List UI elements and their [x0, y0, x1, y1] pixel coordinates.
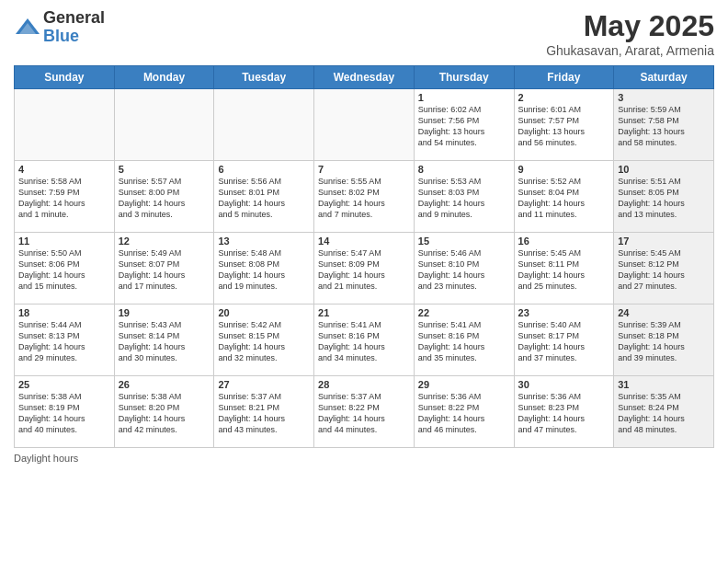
page: General Blue May 2025 Ghukasavan, Ararat…: [0, 0, 728, 563]
day-info: Sunrise: 5:37 AM Sunset: 8:22 PM Dayligh…: [318, 391, 410, 436]
day-number: 7: [318, 164, 410, 175]
day-number: 11: [18, 236, 110, 247]
calendar-cell: 28Sunrise: 5:37 AM Sunset: 8:22 PM Dayli…: [314, 376, 415, 448]
day-info: Sunrise: 6:01 AM Sunset: 7:57 PM Dayligh…: [518, 104, 610, 149]
calendar-cell: 30Sunrise: 5:36 AM Sunset: 8:23 PM Dayli…: [514, 376, 614, 448]
calendar-cell: 8Sunrise: 5:53 AM Sunset: 8:03 PM Daylig…: [414, 161, 514, 233]
calendar-cell: 14Sunrise: 5:47 AM Sunset: 8:09 PM Dayli…: [314, 233, 415, 304]
calendar: SundayMondayTuesdayWednesdayThursdayFrid…: [14, 65, 714, 448]
day-number: 20: [218, 307, 310, 318]
calendar-cell: 20Sunrise: 5:42 AM Sunset: 8:15 PM Dayli…: [214, 304, 314, 376]
subtitle: Ghukasavan, Ararat, Armenia: [546, 43, 714, 58]
calendar-cell: 15Sunrise: 5:46 AM Sunset: 8:10 PM Dayli…: [414, 233, 514, 304]
calendar-cell: 13Sunrise: 5:48 AM Sunset: 8:08 PM Dayli…: [214, 233, 314, 304]
day-info: Sunrise: 5:51 AM Sunset: 8:05 PM Dayligh…: [618, 176, 710, 221]
logo-general: General: [43, 9, 105, 28]
day-number: 4: [18, 164, 110, 175]
calendar-cell: 11Sunrise: 5:50 AM Sunset: 8:06 PM Dayli…: [15, 233, 115, 304]
day-number: 30: [518, 379, 610, 390]
day-info: Sunrise: 5:38 AM Sunset: 8:20 PM Dayligh…: [119, 391, 210, 436]
day-info: Sunrise: 5:40 AM Sunset: 8:17 PM Dayligh…: [518, 319, 610, 364]
calendar-cell: [114, 89, 214, 161]
week-row-1: 1Sunrise: 6:02 AM Sunset: 7:56 PM Daylig…: [15, 89, 714, 161]
calendar-cell: 10Sunrise: 5:51 AM Sunset: 8:05 PM Dayli…: [614, 161, 714, 233]
day-number: 21: [318, 307, 410, 318]
day-info: Sunrise: 5:35 AM Sunset: 8:24 PM Dayligh…: [618, 391, 710, 436]
calendar-cell: 23Sunrise: 5:40 AM Sunset: 8:17 PM Dayli…: [514, 304, 614, 376]
calendar-cell: 22Sunrise: 5:41 AM Sunset: 8:16 PM Dayli…: [414, 304, 514, 376]
logo: General Blue: [14, 9, 105, 46]
day-number: 3: [618, 92, 710, 103]
week-row-2: 4Sunrise: 5:58 AM Sunset: 7:59 PM Daylig…: [15, 161, 714, 233]
day-info: Sunrise: 5:41 AM Sunset: 8:16 PM Dayligh…: [418, 319, 510, 364]
day-info: Sunrise: 5:56 AM Sunset: 8:01 PM Dayligh…: [218, 176, 310, 221]
week-row-5: 25Sunrise: 5:38 AM Sunset: 8:19 PM Dayli…: [15, 376, 714, 448]
day-number: 15: [418, 236, 510, 247]
day-header-friday: Friday: [514, 66, 614, 89]
day-info: Sunrise: 5:43 AM Sunset: 8:14 PM Dayligh…: [119, 319, 210, 364]
day-info: Sunrise: 5:57 AM Sunset: 8:00 PM Dayligh…: [119, 176, 210, 221]
day-header-wednesday: Wednesday: [314, 66, 415, 89]
day-info: Sunrise: 5:38 AM Sunset: 8:19 PM Dayligh…: [18, 391, 110, 436]
day-info: Sunrise: 6:02 AM Sunset: 7:56 PM Dayligh…: [418, 104, 510, 149]
calendar-cell: 9Sunrise: 5:52 AM Sunset: 8:04 PM Daylig…: [514, 161, 614, 233]
day-info: Sunrise: 5:47 AM Sunset: 8:09 PM Dayligh…: [318, 247, 410, 293]
day-info: Sunrise: 5:50 AM Sunset: 8:06 PM Dayligh…: [18, 247, 110, 293]
day-info: Sunrise: 5:53 AM Sunset: 8:03 PM Dayligh…: [418, 176, 510, 221]
month-title: May 2025: [546, 9, 714, 43]
day-number: 24: [618, 307, 710, 318]
calendar-cell: [214, 89, 314, 161]
day-info: Sunrise: 5:37 AM Sunset: 8:21 PM Dayligh…: [218, 391, 310, 436]
calendar-cell: 27Sunrise: 5:37 AM Sunset: 8:21 PM Dayli…: [214, 376, 314, 448]
day-number: 14: [318, 236, 410, 247]
day-header-tuesday: Tuesday: [214, 66, 314, 89]
calendar-cell: 5Sunrise: 5:57 AM Sunset: 8:00 PM Daylig…: [114, 161, 214, 233]
week-row-4: 18Sunrise: 5:44 AM Sunset: 8:13 PM Dayli…: [15, 304, 714, 376]
day-info: Sunrise: 5:42 AM Sunset: 8:15 PM Dayligh…: [218, 319, 310, 364]
day-number: 8: [418, 164, 510, 175]
logo-text: General Blue: [43, 9, 105, 46]
day-number: 10: [618, 164, 710, 175]
footer-note: Daylight hours: [14, 453, 714, 464]
calendar-cell: 2Sunrise: 6:01 AM Sunset: 7:57 PM Daylig…: [514, 89, 614, 161]
week-row-3: 11Sunrise: 5:50 AM Sunset: 8:06 PM Dayli…: [15, 233, 714, 304]
title-block: May 2025 Ghukasavan, Ararat, Armenia: [546, 9, 714, 58]
day-number: 9: [518, 164, 610, 175]
day-number: 12: [119, 236, 210, 247]
calendar-cell: 31Sunrise: 5:35 AM Sunset: 8:24 PM Dayli…: [614, 376, 714, 448]
day-number: 28: [318, 379, 410, 390]
day-info: Sunrise: 5:36 AM Sunset: 8:23 PM Dayligh…: [518, 391, 610, 436]
day-number: 18: [18, 307, 110, 318]
day-info: Sunrise: 5:55 AM Sunset: 8:02 PM Dayligh…: [318, 176, 410, 221]
calendar-cell: [314, 89, 415, 161]
day-header-monday: Monday: [114, 66, 214, 89]
day-info: Sunrise: 5:46 AM Sunset: 8:10 PM Dayligh…: [418, 247, 510, 293]
calendar-cell: 24Sunrise: 5:39 AM Sunset: 8:18 PM Dayli…: [614, 304, 714, 376]
day-number: 16: [518, 236, 610, 247]
day-number: 17: [618, 236, 710, 247]
day-number: 13: [218, 236, 310, 247]
logo-blue: Blue: [43, 28, 105, 46]
day-info: Sunrise: 5:39 AM Sunset: 8:18 PM Dayligh…: [618, 319, 710, 364]
calendar-cell: 25Sunrise: 5:38 AM Sunset: 8:19 PM Dayli…: [15, 376, 115, 448]
day-info: Sunrise: 5:45 AM Sunset: 8:12 PM Dayligh…: [618, 247, 710, 293]
day-header-saturday: Saturday: [614, 66, 714, 89]
day-info: Sunrise: 5:48 AM Sunset: 8:08 PM Dayligh…: [218, 247, 310, 293]
logo-icon: [14, 14, 41, 41]
day-number: 22: [418, 307, 510, 318]
day-number: 19: [119, 307, 210, 318]
calendar-cell: 29Sunrise: 5:36 AM Sunset: 8:22 PM Dayli…: [414, 376, 514, 448]
day-info: Sunrise: 5:52 AM Sunset: 8:04 PM Dayligh…: [518, 176, 610, 221]
calendar-cell: 1Sunrise: 6:02 AM Sunset: 7:56 PM Daylig…: [414, 89, 514, 161]
day-info: Sunrise: 5:49 AM Sunset: 8:07 PM Dayligh…: [119, 247, 210, 293]
day-number: 31: [618, 379, 710, 390]
calendar-cell: 26Sunrise: 5:38 AM Sunset: 8:20 PM Dayli…: [114, 376, 214, 448]
calendar-cell: 19Sunrise: 5:43 AM Sunset: 8:14 PM Dayli…: [114, 304, 214, 376]
calendar-cell: 21Sunrise: 5:41 AM Sunset: 8:16 PM Dayli…: [314, 304, 415, 376]
day-info: Sunrise: 5:58 AM Sunset: 7:59 PM Dayligh…: [18, 176, 110, 221]
day-header-thursday: Thursday: [414, 66, 514, 89]
day-number: 26: [119, 379, 210, 390]
day-number: 23: [518, 307, 610, 318]
day-info: Sunrise: 5:59 AM Sunset: 7:58 PM Dayligh…: [618, 104, 710, 149]
day-number: 2: [518, 92, 610, 103]
